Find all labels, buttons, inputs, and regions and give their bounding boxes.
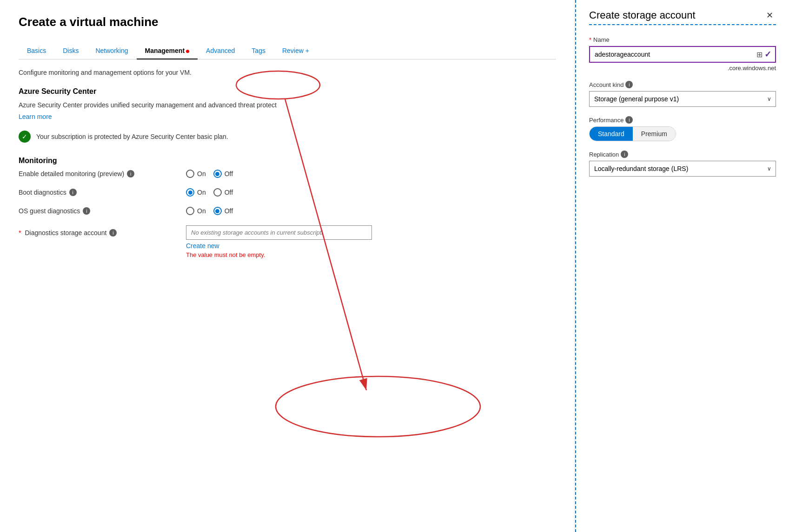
security-center-heading: Azure Security Center (19, 87, 556, 96)
required-star: * (19, 229, 21, 236)
panel-header: Create storage account ✕ (589, 9, 776, 21)
create-new-link[interactable]: Create new (186, 242, 556, 250)
boot-diagnostics-radio-group: On Off (186, 188, 233, 197)
account-kind-select[interactable]: Storage (general purpose v1) StorageV2 (… (589, 91, 776, 107)
os-guest-on-radio[interactable] (186, 207, 194, 215)
detailed-monitoring-off-radio[interactable] (213, 170, 222, 178)
monitoring-row-detailed: Enable detailed monitoring (preview) i O… (19, 170, 556, 178)
boot-diagnostics-on[interactable]: On (186, 188, 206, 197)
monitoring-row-os-guest: OS guest diagnostics i On Off (19, 207, 556, 215)
tab-basics[interactable]: Basics (19, 42, 54, 59)
os-guest-off-radio[interactable] (213, 207, 222, 215)
tab-tags[interactable]: Tags (243, 42, 274, 59)
management-dot (186, 50, 189, 53)
boot-diagnostics-on-radio[interactable] (186, 188, 194, 197)
tab-bar: Basics Disks Networking Management Advan… (19, 42, 556, 59)
left-panel: Create a virtual machine Basics Disks Ne… (0, 0, 575, 532)
diagnostics-storage-label: Diagnostics storage account (25, 229, 106, 236)
os-guest-diagnostics-label: OS guest diagnostics (19, 207, 80, 215)
detailed-monitoring-radio-group: On Off (186, 170, 233, 178)
account-kind-info-icon[interactable]: i (625, 81, 633, 88)
diagnostics-storage-info-icon[interactable]: i (109, 229, 117, 236)
annotation-overlay (0, 0, 575, 532)
check-icon: ✓ (764, 49, 771, 59)
name-input[interactable] (590, 47, 753, 62)
replication-form-group: Replication i Locally-redundant storage … (589, 151, 776, 177)
replication-label: Replication i (589, 151, 776, 158)
panel-divider (589, 24, 776, 25)
tab-review[interactable]: Review + (274, 42, 318, 59)
detailed-monitoring-on[interactable]: On (186, 170, 206, 178)
section-description: Configure monitoring and management opti… (19, 69, 556, 76)
subscription-row: ✓ Your subscription is protected by Azur… (19, 131, 556, 143)
tab-management[interactable]: Management (137, 42, 198, 59)
name-form-group: * Name ⊞ ✓ .core.windows.net (589, 36, 776, 72)
performance-standard-button[interactable]: Standard (590, 127, 633, 141)
account-kind-label: Account kind i (589, 81, 776, 88)
monitoring-heading: Monitoring (19, 157, 556, 165)
os-guest-diagnostics-info-icon[interactable]: i (83, 207, 90, 215)
tab-networking[interactable]: Networking (87, 42, 136, 59)
name-input-row: ⊞ ✓ (589, 46, 776, 63)
replication-info-icon[interactable]: i (621, 151, 628, 158)
detailed-monitoring-off[interactable]: Off (213, 170, 233, 178)
page-title: Create a virtual machine (19, 15, 556, 29)
performance-premium-button[interactable]: Premium (633, 127, 676, 141)
detailed-monitoring-info-icon[interactable]: i (127, 170, 134, 177)
tab-disks[interactable]: Disks (54, 42, 87, 59)
grid-icon: ⊞ (756, 50, 762, 59)
performance-info-icon[interactable]: i (625, 116, 633, 124)
detailed-monitoring-on-radio[interactable] (186, 170, 194, 178)
right-panel: Create storage account ✕ * Name ⊞ ✓ .cor… (575, 0, 789, 532)
replication-select-wrapper: Locally-redundant storage (LRS) Geo-redu… (589, 161, 776, 177)
account-kind-select-wrapper: Storage (general purpose v1) StorageV2 (… (589, 91, 776, 107)
os-guest-on[interactable]: On (186, 207, 206, 215)
boot-diagnostics-label: Boot diagnostics (19, 189, 66, 196)
os-guest-diagnostics-radio-group: On Off (186, 207, 233, 215)
account-kind-form-group: Account kind i Storage (general purpose … (589, 81, 776, 107)
learn-more-link[interactable]: Learn more (19, 113, 52, 120)
os-guest-off[interactable]: Off (213, 207, 233, 215)
boot-diagnostics-info-icon[interactable]: i (69, 189, 77, 196)
name-label: * Name (589, 36, 776, 43)
subscription-check-icon: ✓ (19, 131, 31, 143)
svg-point-2 (276, 376, 480, 437)
performance-toggle: Standard Premium (589, 126, 676, 141)
diagnostics-storage-input[interactable] (186, 225, 372, 240)
core-windows-net: .core.windows.net (589, 65, 776, 72)
boot-diagnostics-off[interactable]: Off (213, 188, 233, 197)
storage-error-text: The value must not be empty. (186, 251, 556, 258)
detailed-monitoring-label: Enable detailed monitoring (preview) (19, 170, 124, 177)
replication-select[interactable]: Locally-redundant storage (LRS) Geo-redu… (589, 161, 776, 177)
subscription-message: Your subscription is protected by Azure … (36, 133, 228, 140)
diagnostics-storage-row: * Diagnostics storage account i Create n… (19, 225, 556, 258)
tab-advanced[interactable]: Advanced (198, 42, 243, 59)
close-button[interactable]: ✕ (763, 9, 776, 21)
panel-title: Create storage account (589, 9, 696, 21)
performance-form-group: Performance i Standard Premium (589, 116, 776, 141)
performance-label: Performance i (589, 116, 776, 124)
boot-diagnostics-off-radio[interactable] (213, 188, 222, 197)
security-center-description: Azure Security Center provides unified s… (19, 100, 556, 110)
monitoring-row-boot: Boot diagnostics i On Off (19, 188, 556, 197)
